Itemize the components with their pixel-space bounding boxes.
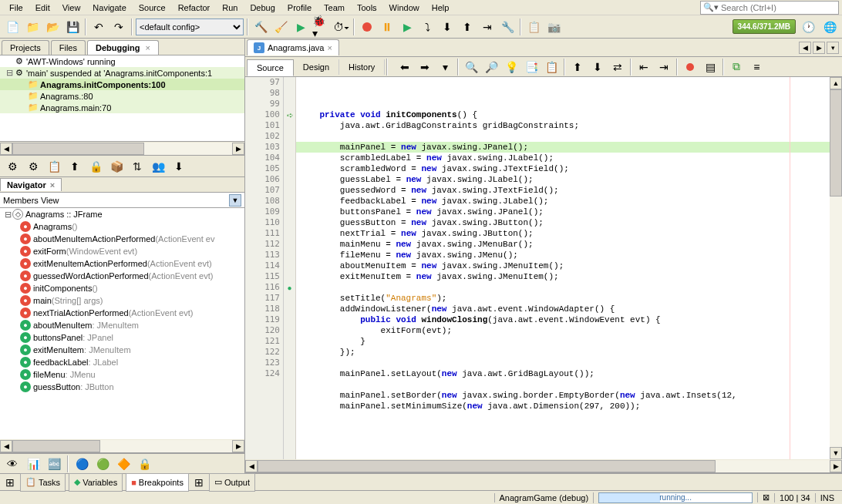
- code-body[interactable]: private void initComponents() { java.awt…: [296, 77, 830, 459]
- code-line[interactable]: guessButton = new javax.swing.JButton();: [296, 217, 830, 228]
- nav-filter5-button[interactable]: 🟢: [93, 455, 112, 473]
- navigator-member[interactable]: ●buttonsPanel : JPanel: [0, 331, 244, 344]
- comment-button[interactable]: ⇄: [608, 58, 627, 76]
- step-over-button[interactable]: ⤵: [418, 18, 436, 36]
- debug-thread-row[interactable]: 📁Anagrams.main:70: [0, 102, 244, 113]
- code-line[interactable]: guessedWord = new javax.swing.JTextField…: [296, 185, 830, 196]
- menu-debug[interactable]: Debug: [244, 2, 281, 14]
- navigator-root[interactable]: ⊟ ◇ Anagrams :: JFrame: [0, 208, 244, 220]
- menu-profile[interactable]: Profile: [281, 2, 318, 14]
- navigator-member[interactable]: ●guessedWordActionPerformed(ActionEvent …: [0, 270, 244, 282]
- filter2-button[interactable]: 👥: [149, 157, 167, 176]
- expand-bottom-button2[interactable]: ⊞: [192, 473, 206, 492]
- new-file-button[interactable]: 📄: [3, 18, 22, 36]
- highlight-button[interactable]: 💡: [502, 58, 520, 76]
- panel-tab-debugging[interactable]: Debugging ×: [87, 40, 159, 55]
- diff-button[interactable]: ⧉: [727, 58, 746, 76]
- bottom-tab-tasks[interactable]: 📋 Tasks: [20, 473, 66, 492]
- code-line[interactable]: mainMenu = new javax.swing.JMenuBar();: [296, 239, 830, 250]
- glyph-margin[interactable]: ➪●: [284, 77, 296, 459]
- code-line[interactable]: setTitle("Anagrams");: [296, 293, 830, 304]
- nav-filter1-button[interactable]: 👁: [3, 455, 22, 473]
- undo-button[interactable]: ↶: [89, 18, 108, 36]
- panel-tab-files[interactable]: Files: [51, 40, 86, 55]
- code-line[interactable]: feedbackLabel = new javax.swing.JLabel()…: [296, 196, 830, 207]
- run-button[interactable]: ▶: [291, 18, 310, 36]
- find-prev-button[interactable]: 🔎: [482, 58, 500, 76]
- menu-tools[interactable]: Tools: [351, 2, 383, 14]
- step-out-button[interactable]: ⬆: [458, 18, 477, 36]
- build-button[interactable]: 🔨: [251, 18, 270, 36]
- prev-error-button[interactable]: ⇤: [635, 58, 653, 76]
- navigator-member[interactable]: ●Anagrams(): [0, 220, 244, 233]
- code-line[interactable]: [296, 358, 830, 368]
- menu-help[interactable]: Help: [426, 2, 456, 14]
- shift-left-button[interactable]: ⬆: [568, 58, 587, 76]
- nav-filter7-button[interactable]: 🔒: [135, 455, 153, 473]
- search-input[interactable]: [721, 3, 829, 12]
- code-line[interactable]: nextTrial = new javax.swing.JButton();: [296, 228, 830, 239]
- back-button[interactable]: ⬅: [396, 58, 414, 76]
- quick-search[interactable]: 🔍▾: [700, 1, 839, 15]
- bottom-tab-breakpoints[interactable]: ■ Breakpoints: [126, 473, 189, 492]
- bottom-tab-output[interactable]: ▭ Output: [209, 473, 255, 492]
- close-icon[interactable]: ×: [143, 43, 150, 52]
- step-into-button[interactable]: ⬇: [438, 18, 456, 36]
- navigator-hscroll[interactable]: ◀ ▶: [0, 439, 244, 453]
- editor-subtab-design[interactable]: Design: [294, 59, 339, 75]
- profile-snapshot-button[interactable]: 📋: [524, 18, 543, 36]
- navigator-tab[interactable]: Navigator ×: [0, 178, 62, 191]
- file-tab-anagrams[interactable]: J Anagrams.java ×: [247, 39, 339, 55]
- profile-button[interactable]: ⏱▾: [332, 18, 350, 36]
- collapse-all-button[interactable]: ≡: [747, 58, 766, 76]
- camera-button[interactable]: 📷: [544, 18, 563, 36]
- open-button[interactable]: 📂: [43, 18, 62, 36]
- resume-thread-button[interactable]: ⚙: [3, 157, 22, 176]
- editor-subtab-history[interactable]: History: [339, 59, 385, 75]
- menu-run[interactable]: Run: [216, 2, 244, 14]
- stop-task-button[interactable]: ⊠: [757, 492, 774, 502]
- code-line[interactable]: buttonsPanel = new javax.swing.JPanel();: [296, 207, 830, 217]
- code-line[interactable]: scrambledLabel = new javax.swing.JLabel(…: [296, 153, 830, 163]
- nav-filter4-button[interactable]: 🔵: [72, 455, 91, 473]
- forward-button[interactable]: ➡: [416, 58, 434, 76]
- stop-macro-button[interactable]: ▤: [701, 58, 719, 76]
- editor-hscroll[interactable]: ◀ ▶: [245, 459, 842, 473]
- shift-right-button[interactable]: ⬇: [588, 58, 607, 76]
- memory-indicator[interactable]: 344.6/371.2MB: [733, 19, 796, 34]
- update-button[interactable]: 🌐: [820, 18, 839, 36]
- code-line[interactable]: guessLabel = new javax.swing.JLabel();: [296, 174, 830, 185]
- pop-frame-button[interactable]: ⬆: [66, 157, 84, 176]
- code-line[interactable]: }: [296, 336, 830, 347]
- code-line[interactable]: exitForm(evt);: [296, 325, 830, 336]
- navigator-member[interactable]: ●aboutMenuItem : JMenuItem: [0, 319, 244, 331]
- navigator-member[interactable]: ●exitMenuItem : JMenuItem: [0, 344, 244, 356]
- navigator-member[interactable]: ●nextTrialActionPerformed(ActionEvent ev…: [0, 307, 244, 319]
- navigator-member[interactable]: ●aboutMenuItemActionPerformed(ActionEven…: [0, 233, 244, 245]
- navigator-member[interactable]: ●exitMenuItemActionPerformed(ActionEvent…: [0, 257, 244, 270]
- debug-tree-hscroll[interactable]: ◀ ▶: [0, 142, 244, 156]
- nav-filter3-button[interactable]: 🔤: [45, 455, 63, 473]
- navigator-tree[interactable]: ⊟ ◇ Anagrams :: JFrame ●Anagrams()●about…: [0, 208, 244, 439]
- debug-thread-tree[interactable]: ⚙'AWT-Windows' running⊟⚙'main' suspended…: [0, 55, 244, 142]
- toggle-button[interactable]: 📋: [542, 58, 561, 76]
- debug-thread-row[interactable]: ⚙'AWT-Windows' running: [0, 55, 244, 67]
- navigator-member[interactable]: ●initComponents(): [0, 282, 244, 294]
- debug-thread-row[interactable]: 📁Anagrams.:80: [0, 90, 244, 102]
- next-error-button[interactable]: ⇥: [655, 58, 673, 76]
- navigator-member[interactable]: ●fileMenu : JMenu: [0, 368, 244, 381]
- menu-refactor[interactable]: Refactor: [172, 2, 217, 14]
- code-line[interactable]: private void initComponents() {: [296, 109, 830, 120]
- menu-file[interactable]: File: [3, 2, 29, 14]
- navigator-member[interactable]: ●exitForm(WindowEvent evt): [0, 245, 244, 257]
- expand-bottom-button[interactable]: ⊞: [3, 475, 17, 489]
- panel-tab-projects[interactable]: Projects: [2, 40, 49, 55]
- code-line[interactable]: public void windowClosing(java.awt.event…: [296, 314, 830, 325]
- members-view-dropdown[interactable]: Members View ▼: [0, 193, 244, 208]
- code-line[interactable]: mainPanel.setLayout(new java.awt.GridBag…: [296, 368, 830, 379]
- suspend-thread-button[interactable]: ⚙: [24, 157, 42, 176]
- code-line[interactable]: java.awt.GridBagConstraints gridBagConst…: [296, 120, 830, 131]
- code-line[interactable]: addWindowListener(new java.awt.event.Win…: [296, 304, 830, 314]
- menu-view[interactable]: View: [56, 2, 87, 14]
- redo-button[interactable]: ↷: [109, 18, 128, 36]
